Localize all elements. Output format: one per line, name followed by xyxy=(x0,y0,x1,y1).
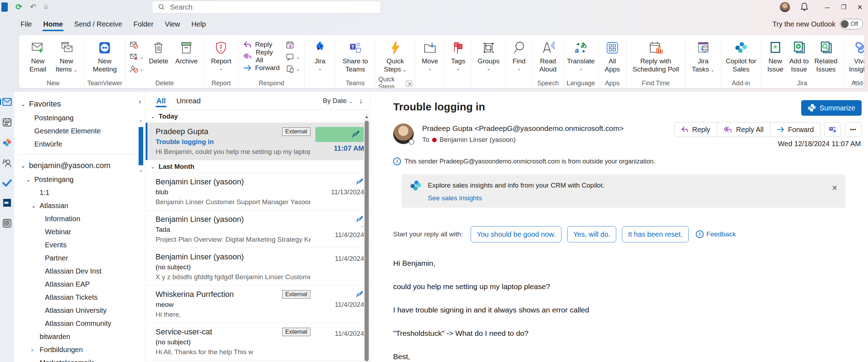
delete-button[interactable]: Delete xyxy=(146,37,171,65)
summarize-button[interactable]: Summarize xyxy=(801,100,862,116)
folder-row[interactable]: Posteingang xyxy=(14,111,145,125)
scheduling-poll-button[interactable]: Reply with Scheduling Poll xyxy=(629,37,682,73)
folder-row[interactable]: Atlassian University xyxy=(14,304,145,317)
menu-home[interactable]: Home xyxy=(37,17,69,32)
menu-help[interactable]: Help xyxy=(186,17,211,32)
sort-direction-icon[interactable]: ↓ xyxy=(359,97,363,105)
rail-more-apps-icon[interactable] xyxy=(0,219,14,228)
folder-scrollbar-thumb[interactable] xyxy=(139,127,143,165)
section-chevron-icon[interactable]: ⌄ xyxy=(151,113,155,120)
copilot-for-sales-button[interactable]: Copilot for Sales xyxy=(724,37,758,73)
search-input[interactable] xyxy=(170,3,375,11)
scroll-up-icon[interactable]: ⌃ xyxy=(139,119,143,126)
folder-row[interactable]: › Fortbildungen xyxy=(14,343,145,356)
folder-row[interactable]: ⌄ Posteingang xyxy=(14,173,145,186)
reply-with-call-button[interactable] xyxy=(285,64,302,74)
email-list-item[interactable]: Pradeep Gupta External Trouble logging i… xyxy=(146,123,370,160)
search-bar[interactable] xyxy=(152,1,381,13)
suggested-reply-chip[interactable]: It has been reset. xyxy=(622,226,689,242)
from-address[interactable]: Pradeep Gupta <PradeepG@yasoondemo.onmic… xyxy=(422,124,624,133)
folder-row[interactable]: Atlassian Community xyxy=(14,317,145,330)
new-meeting-button[interactable]: New Meeting xyxy=(88,37,121,73)
rail-addin-tile-icon[interactable] xyxy=(0,199,14,207)
read-aloud-button[interactable]: Read Aloud xyxy=(536,37,560,73)
list-scroll-up-icon[interactable]: ▲ xyxy=(365,113,369,121)
folder-row[interactable]: bitwarden xyxy=(14,330,145,343)
rail-mail-icon[interactable] xyxy=(0,98,14,106)
block-sender-button[interactable] xyxy=(128,64,145,74)
banner-close-icon[interactable]: ✕ xyxy=(832,184,838,192)
archive-button[interactable]: Archive xyxy=(172,37,201,65)
folder-row[interactable]: Events xyxy=(14,239,145,252)
find-button[interactable]: Find xyxy=(508,37,530,70)
folder-row[interactable]: Entwürfe xyxy=(14,138,145,151)
send-receive-sync-icon[interactable]: ⟳ xyxy=(16,3,22,11)
suggested-reply-chip[interactable]: You should be good now. xyxy=(471,226,561,242)
jira-button[interactable]: Jira xyxy=(308,37,332,70)
folder-chevron-icon[interactable]: › xyxy=(31,346,40,354)
folder-row[interactable]: ⌄ Atlassian xyxy=(14,199,145,212)
forward-button[interactable]: Forward xyxy=(241,62,282,74)
folder-chevron-icon[interactable]: ⌄ xyxy=(26,176,34,183)
all-apps-button[interactable]: All Apps xyxy=(601,37,623,73)
folder-row[interactable]: ⌄ Favorites xyxy=(14,97,145,111)
tab-unread[interactable]: Unread xyxy=(176,92,202,109)
folder-row[interactable]: Gesendete Elemente xyxy=(14,125,145,138)
folder-row[interactable]: Atlassian Dev Inst xyxy=(14,265,145,278)
quick-steps-button[interactable]: Quick Steps xyxy=(378,37,412,74)
list-section-header[interactable]: ⌄ Last Month xyxy=(146,160,370,173)
tags-button[interactable]: Tags xyxy=(448,37,469,70)
email-list-item[interactable]: Service-user-cat External (no subject) H… xyxy=(146,323,370,361)
message-list-scrollbar[interactable]: ▲ xyxy=(364,113,369,362)
more-actions-button[interactable]: ••• xyxy=(845,122,862,137)
sender-avatar[interactable] xyxy=(393,123,414,144)
collapse-ribbon-chevron-icon[interactable]: ⌄ xyxy=(852,76,858,85)
reply-all-button[interactable]: Reply All xyxy=(241,50,282,62)
scroll-down-icon[interactable]: ⌄ xyxy=(139,167,143,173)
minimize-button[interactable] xyxy=(819,0,835,14)
related-issues-button[interactable]: Related Issues xyxy=(811,37,840,73)
restore-button[interactable] xyxy=(835,0,852,14)
reply-button-pane[interactable]: Reply xyxy=(674,122,717,137)
undo-icon[interactable]: ↶ xyxy=(30,3,36,11)
clean-up-button[interactable] xyxy=(128,52,145,62)
reply-with-im-button[interactable] xyxy=(285,52,302,62)
folder-row[interactable]: ⌄ benjamin@yasoon.com xyxy=(14,158,145,173)
folder-row[interactable]: Marketplacemails xyxy=(14,356,145,362)
sort-by-date-button[interactable]: By Date xyxy=(323,97,353,105)
customize-toolbar-chevron-icon[interactable]: ⍌ xyxy=(44,4,47,10)
email-list-item[interactable]: Benjamin Linser (yasoon) (no subject) X … xyxy=(146,248,370,286)
menu-file[interactable]: File xyxy=(15,17,37,32)
folder-row[interactable]: Atlassian Tickets xyxy=(14,291,145,304)
folder-scrollbar[interactable]: ⌃ ⌄ xyxy=(137,119,145,173)
collapse-folder-pane-icon[interactable]: ‹ xyxy=(139,97,141,105)
message-list-scrollbar-thumb[interactable] xyxy=(365,121,369,361)
folder-row[interactable]: Information xyxy=(14,212,145,225)
report-button[interactable]: Report xyxy=(207,37,235,70)
suggested-reply-chip[interactable]: Yes, will do. xyxy=(567,226,616,242)
folder-chevron-icon[interactable]: ⌄ xyxy=(31,202,40,209)
notifications-bell-icon[interactable] xyxy=(800,2,809,12)
email-list-item[interactable]: Benjamin Linser (yasoon) blub Benjamin L… xyxy=(146,173,370,211)
quick-steps-dialog-launcher-icon[interactable] xyxy=(406,80,412,87)
to-recipient[interactable]: Benjamin Linser (yasoon) xyxy=(439,136,515,144)
menu-folder[interactable]: Folder xyxy=(128,17,159,32)
folder-row[interactable]: Atlassian EAP xyxy=(14,278,145,291)
rail-calendar-icon[interactable] xyxy=(0,118,14,126)
email-list-item[interactable]: Whiskerina Purrfection External meow Hi … xyxy=(146,286,370,323)
share-to-teams-button-pane[interactable] xyxy=(824,122,841,137)
see-sales-insights-link[interactable]: See sales insights xyxy=(428,194,482,202)
folder-row[interactable]: 1:1 xyxy=(14,186,145,199)
rail-people-icon[interactable] xyxy=(0,159,14,167)
section-chevron-icon[interactable]: ⌄ xyxy=(151,163,155,170)
meeting-reply-button[interactable] xyxy=(285,40,302,50)
move-button[interactable]: Move xyxy=(418,37,442,70)
email-list-item[interactable]: Benjamin Linser (yasoon) Tada Project Pl… xyxy=(146,211,370,248)
close-button[interactable] xyxy=(852,0,868,14)
menu-send-receive[interactable]: Send / Receive xyxy=(69,17,128,32)
folder-chevron-icon[interactable]: ⌄ xyxy=(21,100,29,108)
groups-button[interactable]: Groups xyxy=(475,37,502,70)
share-to-teams-button[interactable]: Share to Teams xyxy=(338,37,372,73)
new-outlook-toggle[interactable]: Off xyxy=(840,19,863,29)
feedback-link[interactable]: i Feedback xyxy=(696,230,736,238)
